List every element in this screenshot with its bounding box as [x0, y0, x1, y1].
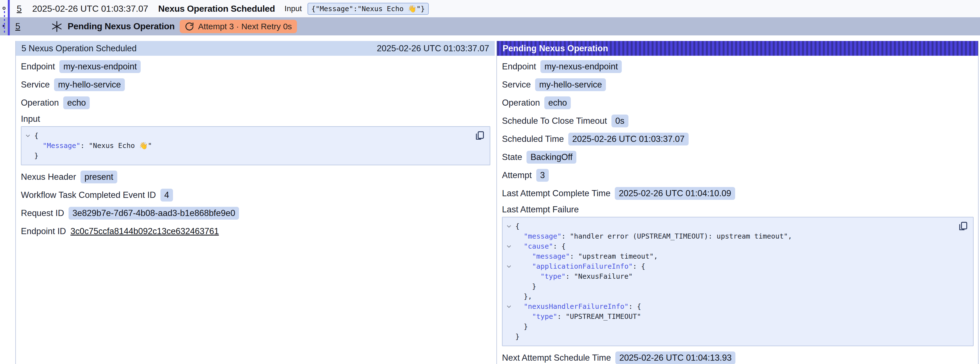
code-line: "Message": "Nexus Echo 👋" [21, 141, 473, 151]
left-panel-title: 5 Nexus Operation Scheduled [21, 43, 137, 54]
json-key: "Message" [43, 142, 80, 150]
code-line: } [503, 281, 956, 292]
pending-panel-title: Pending Nexus Operation [503, 43, 608, 54]
json-text: { [34, 132, 38, 140]
field-label: Workflow Task Completed Event ID [21, 190, 156, 200]
event-details-left-panel: 5 Nexus Operation Scheduled 2025-02-26 U… [16, 41, 495, 364]
attempt-value: 3 [536, 169, 549, 182]
scheduled-time-value: 2025-02-26 UTC 01:03:37.07 [568, 133, 688, 145]
pending-asterisk-icon [51, 20, 62, 33]
pending-event-title: Pending Nexus Operation [68, 21, 175, 32]
code-text: "applicationFailureInfo": { [515, 262, 645, 271]
code-line: "applicationFailureInfo": { [503, 262, 956, 271]
field-row-operation: Operationecho [502, 96, 974, 109]
json-key: "message" [532, 252, 570, 260]
json-text: : "upstream timeout", [570, 252, 658, 260]
workflow-task-completed-event-id-value: 4 [161, 189, 173, 201]
json-text: : "handler error (UPSTREAM_TIMEOUT): ups… [561, 232, 792, 240]
schedule-to-close-timeout-value: 0s [611, 115, 628, 128]
field-label: State [502, 152, 522, 162]
endpoint-id-link[interactable]: 3c0c75ccfa8144b092c13ce632463761 [70, 226, 219, 236]
code-text: } [515, 332, 520, 342]
json-text: : { [553, 242, 565, 250]
chevron-down-icon [25, 133, 31, 139]
code-line: "type": "NexusFailure" [503, 271, 956, 281]
copy-button[interactable] [958, 221, 969, 232]
field-row-state: StateBackingOff [502, 151, 974, 164]
field-label-input: Input [21, 114, 490, 124]
json-key: "nexusHandlerFailureInfo" [524, 302, 628, 310]
json-text: } [34, 152, 38, 160]
code-line: "cause": { [503, 241, 956, 251]
field-row-operation: Operationecho [21, 96, 490, 109]
json-text: { [515, 222, 520, 230]
collapse-toggle[interactable] [503, 244, 515, 249]
field-label: Operation [21, 98, 59, 108]
field-row-endpoint: Endpointmy-nexus-endpoint [21, 60, 490, 73]
event-timestamp: 2025-02-26 UTC 01:03:37.07 [32, 4, 148, 14]
input-code-block: {"Message": "Nexus Echo 👋"} [21, 126, 490, 165]
field-row-endpoint: Endpointmy-nexus-endpoint [502, 60, 974, 73]
field-label: Endpoint ID [21, 226, 66, 236]
chevron-down-icon [506, 263, 512, 269]
field-row-attempt: Attempt3 [502, 169, 974, 182]
field-label: Scheduled Time [502, 134, 564, 144]
collapse-toggle[interactable] [503, 263, 515, 269]
code-text: } [34, 151, 38, 161]
field-label: Nexus Header [21, 172, 76, 182]
chevron-down-icon [506, 304, 512, 310]
code-text: "message": "handler error (UPSTREAM_TIME… [515, 231, 792, 241]
field-label: Service [502, 80, 531, 90]
json-text: : { [628, 302, 641, 310]
left-panel-fields: Endpointmy-nexus-endpointServicemy-hello… [16, 60, 495, 238]
field-label: Next Attempt Schedule Time [502, 353, 611, 363]
field-row-endpoint-id: Endpoint ID3c0c75ccfa8144b092c13ce632463… [21, 225, 490, 238]
json-text: } [524, 322, 528, 330]
code-line: } [21, 151, 473, 161]
event-row-nexus-operation-scheduled[interactable]: 5 2025-02-26 UTC 01:03:37.07 Nexus Opera… [0, 0, 980, 17]
code-line: { [503, 221, 956, 231]
timeline-dashed-connector [4, 11, 5, 35]
collapse-toggle[interactable] [503, 304, 515, 310]
code-line: "message": "upstream timeout", [503, 251, 956, 262]
copy-button[interactable] [474, 130, 485, 141]
code-text: "type": "NexusFailure" [515, 271, 633, 281]
input-inline-label: Input [285, 4, 302, 13]
code-text: "nexusHandlerFailureInfo": { [515, 302, 641, 311]
field-label: Operation [502, 98, 540, 108]
service-value: my-hello-service [535, 78, 606, 91]
right-panel-fields: Endpointmy-nexus-endpointServicemy-hello… [497, 60, 978, 364]
chevron-down-icon [506, 224, 512, 229]
retry-icon [185, 22, 194, 31]
field-label: Endpoint [21, 62, 55, 72]
event-title: Nexus Operation Scheduled [158, 4, 275, 14]
endpoint-value: my-nexus-endpoint [541, 60, 622, 73]
event-id-link[interactable]: 5 [17, 4, 22, 14]
collapse-toggle[interactable] [503, 224, 515, 229]
code-text: "type": "UPSTREAM_TIMEOUT" [515, 311, 641, 322]
event-details-container: 5 Nexus Operation Scheduled 2025-02-26 U… [15, 41, 978, 364]
state-value: BackingOff [527, 151, 576, 164]
code-line: } [503, 322, 956, 332]
code-line: "nexusHandlerFailureInfo": { [503, 302, 956, 311]
field-label: Request ID [21, 208, 64, 218]
pending-operation-right-panel: Pending Nexus Operation Endpointmy-nexus… [496, 41, 978, 364]
code-line: "type": "UPSTREAM_TIMEOUT" [503, 311, 956, 322]
json-text: : "NexusFailure" [565, 272, 633, 280]
event-id-link[interactable]: 5 [15, 21, 20, 32]
json-text: : "Nexus Echo 👋" [80, 142, 152, 150]
field-label: Schedule To Close Timeout [502, 116, 607, 126]
timeline-current-event-icon [2, 24, 5, 27]
json-key: "type" [532, 313, 557, 321]
code-text: { [34, 131, 38, 141]
retry-badge-label: Attempt 3 · Next Retry 0s [198, 22, 292, 31]
field-row-service: Servicemy-hello-service [502, 78, 974, 91]
code-text: { [515, 221, 520, 231]
field-row-schedule-to-close-timeout: Schedule To Close Timeout0s [502, 115, 974, 128]
code-line: } [503, 332, 956, 342]
event-row-pending-nexus-operation[interactable]: 5 Pending Nexus Operation Attempt 3 · Ne… [0, 17, 980, 35]
collapse-toggle[interactable] [21, 133, 34, 139]
json-text: } [532, 283, 536, 291]
field-row-request-id: Request ID3e829b7e-7d67-4b08-aad3-b1e868… [21, 207, 490, 220]
code-text: "cause": { [515, 241, 566, 251]
